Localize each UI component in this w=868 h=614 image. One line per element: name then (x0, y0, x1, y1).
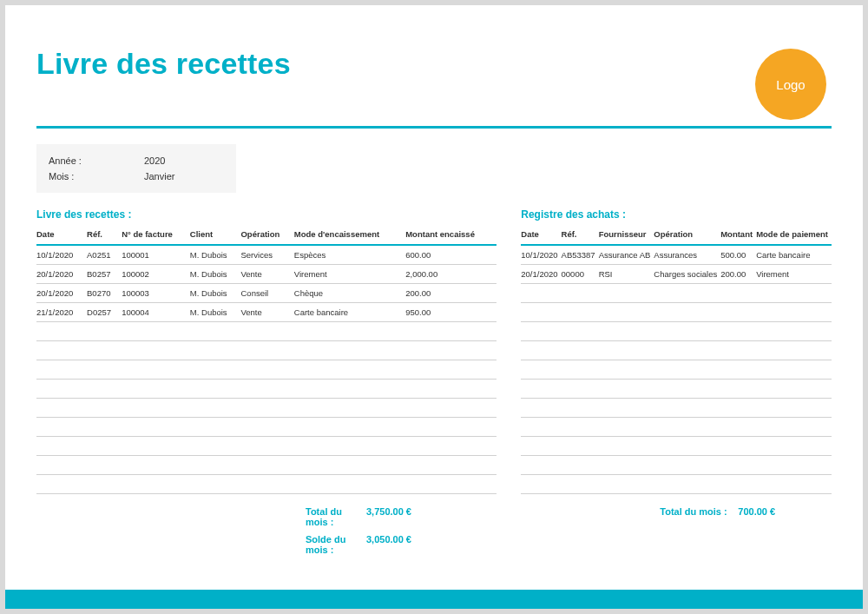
meta-month-value: Janvier (144, 168, 174, 184)
table-cell: 200.00 (720, 265, 756, 284)
total-row: Total du mois :700.00 € (521, 506, 832, 517)
table-cell-empty (36, 360, 496, 380)
table-cell-empty (36, 380, 496, 399)
table-row-empty (521, 360, 832, 380)
table-row-empty (521, 380, 832, 399)
recettes-tbody: 10/1/2020A0251100001M. DuboisServicesEsp… (36, 245, 496, 494)
meta-year-row: Année : 2020 (49, 153, 224, 168)
table-row-empty (521, 437, 832, 456)
table-cell: Espèces (294, 245, 405, 265)
table-cell: B0270 (87, 284, 122, 303)
recettes-totals: Total du mois :3,750.00 €Solde du mois :… (36, 506, 496, 555)
table-cell-empty (521, 437, 832, 456)
table-cell-empty (521, 456, 832, 475)
table-row-empty (36, 437, 496, 456)
table-cell-empty (521, 399, 832, 418)
achats-column: Registre des achats : DateRéf.Fournisseu… (521, 208, 832, 562)
table-row-empty (521, 456, 832, 475)
table-header: Client (190, 226, 241, 245)
table-row-empty (36, 456, 496, 475)
table-cell: 20/1/2020 (36, 284, 87, 303)
achats-thead: DateRéf.FournisseurOpérationMontantMode … (521, 226, 832, 245)
table-cell: M. Dubois (190, 284, 241, 303)
table-cell: Virement (294, 265, 405, 284)
table-header: Date (521, 226, 561, 245)
table-cell-empty (36, 322, 496, 341)
table-cell-empty (521, 360, 832, 380)
table-cell: 100003 (122, 284, 190, 303)
meta-year-value: 2020 (144, 153, 165, 168)
table-cell: M. Dubois (190, 303, 241, 322)
table-header: Mode d'encaissement (294, 226, 405, 245)
table-cell-empty (36, 399, 496, 418)
total-value: 3,750.00 € (366, 506, 411, 527)
document-page: Livre des recettes Logo Année : 2020 Moi… (5, 5, 863, 609)
page-title: Livre des recettes (36, 47, 832, 81)
table-cell-empty (521, 284, 832, 303)
table-cell: 10/1/2020 (521, 245, 561, 265)
meta-month-label: Mois : (49, 168, 144, 184)
table-cell: B0257 (87, 265, 122, 284)
table-header: Mode de paiement (756, 226, 832, 245)
table-row: 20/1/2020B0270100003M. DuboisConseilChèq… (36, 284, 496, 303)
table-cell: M. Dubois (190, 265, 241, 284)
table-row-empty (521, 303, 832, 322)
table-cell-empty (36, 456, 496, 475)
achats-table: DateRéf.FournisseurOpérationMontantMode … (521, 226, 832, 494)
recettes-table: DateRéf.N° de factureClientOpérationMode… (36, 226, 496, 494)
table-cell: Assurance AB (599, 245, 654, 265)
table-cell: 500.00 (720, 245, 756, 265)
table-row: 21/1/2020D0257100004M. DuboisVenteCarte … (36, 303, 496, 322)
table-cell-empty (521, 303, 832, 322)
table-header: Fournisseur (599, 226, 654, 245)
table-header: Réf. (87, 226, 122, 245)
recettes-title: Livre des recettes : (36, 208, 496, 221)
table-row-empty (521, 399, 832, 418)
total-value: 700.00 € (738, 506, 775, 517)
total-label: Total du mois : (521, 506, 738, 517)
table-cell: 00000 (562, 265, 599, 284)
columns-wrap: Livre des recettes : DateRéf.N° de factu… (36, 208, 832, 562)
table-cell: D0257 (87, 303, 122, 322)
table-row-empty (36, 360, 496, 380)
table-header: Opération (654, 226, 720, 245)
logo-text: Logo (776, 77, 805, 92)
table-row: 10/1/2020A0251100001M. DuboisServicesEsp… (36, 245, 496, 265)
table-cell: 2,000.00 (405, 265, 496, 284)
table-cell: Virement (756, 265, 832, 284)
total-row: Solde du mois :3,050.00 € (36, 534, 496, 555)
table-cell: 600.00 (405, 245, 496, 265)
recettes-thead: DateRéf.N° de factureClientOpérationMode… (36, 226, 496, 245)
table-cell: 200.00 (405, 284, 496, 303)
table-cell-empty (36, 437, 496, 456)
total-row: Total du mois :3,750.00 € (36, 506, 496, 527)
table-cell-empty (521, 418, 832, 437)
table-row-empty (521, 418, 832, 437)
table-cell: 20/1/2020 (36, 265, 87, 284)
table-cell: Conseil (240, 284, 293, 303)
table-cell: 950.00 (405, 303, 496, 322)
meta-year-label: Année : (49, 153, 144, 168)
table-row-empty (521, 284, 832, 303)
table-cell: Assurances (654, 245, 720, 265)
table-cell: Vente (240, 303, 293, 322)
table-cell-empty (521, 380, 832, 399)
meta-box: Année : 2020 Mois : Janvier (36, 144, 236, 193)
table-cell: 21/1/2020 (36, 303, 87, 322)
table-cell-empty (521, 341, 832, 360)
table-row-empty (36, 341, 496, 360)
table-header: Date (36, 226, 87, 245)
table-cell: 100001 (122, 245, 190, 265)
table-cell: Chèque (294, 284, 405, 303)
table-cell-empty (36, 418, 496, 437)
table-row-empty (36, 418, 496, 437)
table-row: 10/1/2020AB53387Assurance ABAssurances50… (521, 245, 832, 265)
table-cell: Vente (240, 265, 293, 284)
table-cell: AB53387 (562, 245, 599, 265)
table-header: Montant (720, 226, 756, 245)
footer-bar (5, 590, 863, 609)
table-cell-empty (521, 475, 832, 494)
table-header: Opération (240, 226, 293, 245)
table-cell: M. Dubois (190, 245, 241, 265)
table-cell: 100004 (122, 303, 190, 322)
